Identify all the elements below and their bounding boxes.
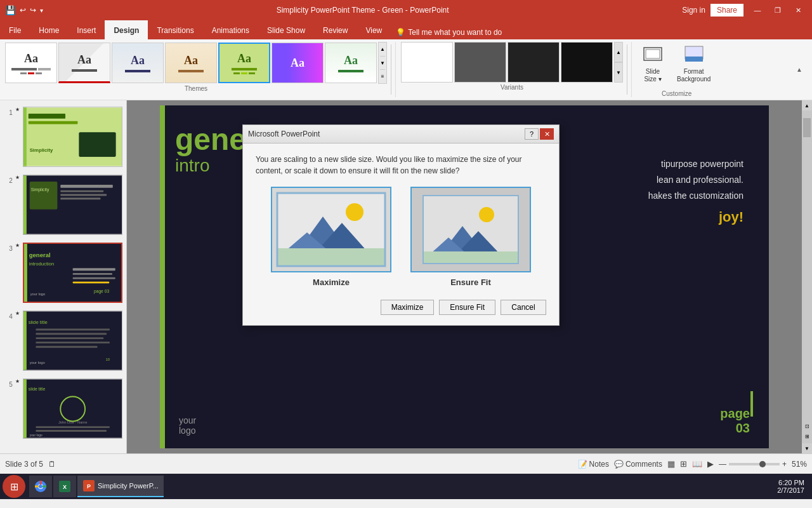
zoom-in-button[interactable]: + (782, 460, 787, 469)
theme-item-4[interactable]: Aa (165, 43, 217, 83)
svg-text:John Doe - Name: John Doe - Name (58, 420, 88, 424)
slide-thumb-3[interactable]: general introduction your logo page 03 (23, 243, 122, 303)
maximize-option[interactable]: Maximize (271, 187, 391, 287)
slide-item-1[interactable]: 1 ★ Simplicity (3, 105, 124, 168)
tab-animations[interactable]: Animations (203, 20, 258, 39)
slide-item-3[interactable]: 3 ★ general introduction your logo page … (3, 241, 124, 304)
maximize-button[interactable]: Maximize (381, 300, 435, 315)
tab-view[interactable]: View (357, 20, 391, 39)
minimize-button[interactable]: — (749, 3, 766, 17)
theme-item-3[interactable]: Aa (112, 43, 164, 83)
zoom-thumb[interactable] (759, 461, 766, 467)
customize-label: Customize (637, 90, 716, 97)
variant-item-4[interactable] (561, 42, 613, 83)
restore-button[interactable]: ❐ (769, 3, 787, 17)
svg-rect-52 (277, 248, 385, 266)
view-normal-icon[interactable]: ▦ (667, 459, 675, 469)
comments-button[interactable]: 💬 Comments (614, 460, 662, 469)
slide-thumb-2[interactable]: Simplicity (23, 175, 122, 235)
dialog-message: You are scaling to a new slide size. Wou… (256, 154, 546, 177)
dialog-buttons: Maximize Ensure Fit Cancel (256, 297, 546, 315)
svg-rect-39 (23, 379, 27, 438)
tab-file[interactable]: File (0, 20, 30, 39)
theme-item-1[interactable]: Aa (5, 43, 57, 83)
window-controls: — ❐ ✕ (749, 3, 807, 17)
svg-text:your logo: your logo (29, 361, 44, 364)
tab-insert[interactable]: Insert (68, 20, 105, 39)
tab-transitions[interactable]: Transitions (148, 20, 202, 39)
sign-in-link[interactable]: Sign in (682, 6, 705, 15)
tell-me-search[interactable]: 💡 Tell me what you want to do (391, 28, 812, 39)
variant-item-3[interactable] (508, 42, 560, 83)
slide-item-5[interactable]: 5 ★ slide title John Doe - Name your log… (3, 377, 124, 440)
variant-item-1[interactable] (401, 42, 453, 83)
slide-item-4[interactable]: 4 ★ slide title your logo 10 (3, 309, 124, 372)
status-bar: Slide 3 of 5 🗒 📝 Notes 💬 Comments ▦ ⊞ 📖 … (0, 453, 812, 474)
view-slides-icon[interactable]: ⊞ (680, 459, 687, 469)
customize-section: SlideSize ▾ FormatBackground Customize (631, 42, 716, 97)
scroll-up-arrow[interactable]: ▲ (802, 100, 812, 110)
notes-button[interactable]: 📝 Notes (578, 460, 609, 469)
slide-thumb-5[interactable]: slide title John Doe - Name your logo (23, 378, 122, 439)
undo-icon[interactable]: ↩ (20, 6, 26, 15)
redo-icon[interactable]: ↪ (30, 6, 36, 15)
taskbar-chrome[interactable] (29, 476, 52, 497)
svg-text:introduction: introduction (29, 261, 54, 267)
dialog-help-button[interactable]: ? (525, 128, 539, 140)
save-icon[interactable]: 💾 (5, 5, 16, 15)
fit-slide-button[interactable]: ⊞ (802, 432, 811, 441)
svg-text:your logo: your logo (29, 434, 42, 437)
fit-width-button[interactable]: ⊡ (802, 422, 811, 431)
cancel-button[interactable]: Cancel (501, 300, 546, 315)
taskbar-excel[interactable]: X (53, 476, 76, 497)
slide-size-button[interactable]: SlideSize ▾ (637, 42, 669, 86)
slide-thumb-1[interactable]: Simplicity (23, 107, 122, 167)
svg-text:10: 10 (105, 358, 109, 361)
variants-scroll-down[interactable]: ▼ (614, 62, 623, 83)
clock-date: 2/7/2017 (777, 486, 804, 494)
tab-home[interactable]: Home (30, 20, 68, 39)
svg-text:general: general (29, 251, 50, 258)
zoom-slider[interactable] (729, 463, 780, 465)
ensure-fit-button[interactable]: Ensure Fit (439, 300, 495, 315)
theme-item-5[interactable]: Aa (218, 43, 270, 83)
dialog: Microsoft PowerPoint ? ✕ You are scaling… (242, 124, 560, 326)
slide-notes-toggle-icon[interactable]: 🗒 (48, 460, 56, 469)
tab-design[interactable]: Design (105, 20, 148, 39)
customize-buttons: SlideSize ▾ FormatBackground (637, 42, 716, 86)
ribbon: File Home Insert Design Transitions Anim… (0, 20, 812, 100)
title-bar-left: 💾 ↩ ↪ ▾ (5, 5, 43, 15)
slide-item-2[interactable]: 2 ★ Simplicity (3, 173, 124, 236)
start-icon: ⊞ (10, 481, 18, 493)
tab-review[interactable]: Review (314, 20, 357, 39)
svg-rect-1 (646, 50, 660, 58)
format-background-button[interactable]: FormatBackground (671, 42, 716, 86)
main-area: 1 ★ Simplicity 2 ★ (0, 100, 812, 453)
zoom-out-button[interactable]: — (719, 460, 726, 469)
themes-scroll-btn[interactable]: ▲ ▼ ≡ (378, 42, 387, 84)
taskbar-powerpoint[interactable]: P Simplicity PowerP... (77, 476, 164, 497)
theme-item-2[interactable]: Aa (58, 43, 110, 83)
tab-slideshow[interactable]: Slide Show (258, 20, 314, 39)
theme-item-7[interactable]: Aa (325, 43, 377, 83)
start-button[interactable]: ⊞ (3, 475, 25, 498)
svg-text:Simplicity: Simplicity (30, 187, 49, 192)
view-reading-icon[interactable]: 📖 (692, 459, 702, 469)
title-bar: 💾 ↩ ↪ ▾ Simplicity PowerPoint Theme - Gr… (0, 0, 812, 20)
slide-size-icon (643, 45, 663, 67)
variants-scroll-up[interactable]: ▲ (614, 42, 623, 62)
dialog-close-button[interactable]: ✕ (540, 128, 554, 140)
zoom-level[interactable]: 51% (792, 460, 807, 469)
close-button[interactable]: ✕ (789, 3, 807, 17)
variant-item-2[interactable] (454, 42, 506, 83)
ribbon-collapse-button[interactable]: ▲ (794, 65, 804, 75)
theme-item-6[interactable]: Aa (272, 43, 324, 83)
scroll-thumb[interactable] (803, 118, 811, 137)
view-slideshow-icon[interactable]: ▶ (707, 459, 714, 469)
share-button[interactable]: Share (710, 4, 743, 17)
svg-text:P: P (87, 483, 91, 490)
scroll-down-arrow[interactable]: ▼ (802, 443, 812, 453)
svg-rect-22 (72, 268, 115, 271)
ensure-fit-option[interactable]: Ensure Fit (410, 187, 531, 287)
slide-thumb-4[interactable]: slide title your logo 10 (23, 311, 122, 371)
